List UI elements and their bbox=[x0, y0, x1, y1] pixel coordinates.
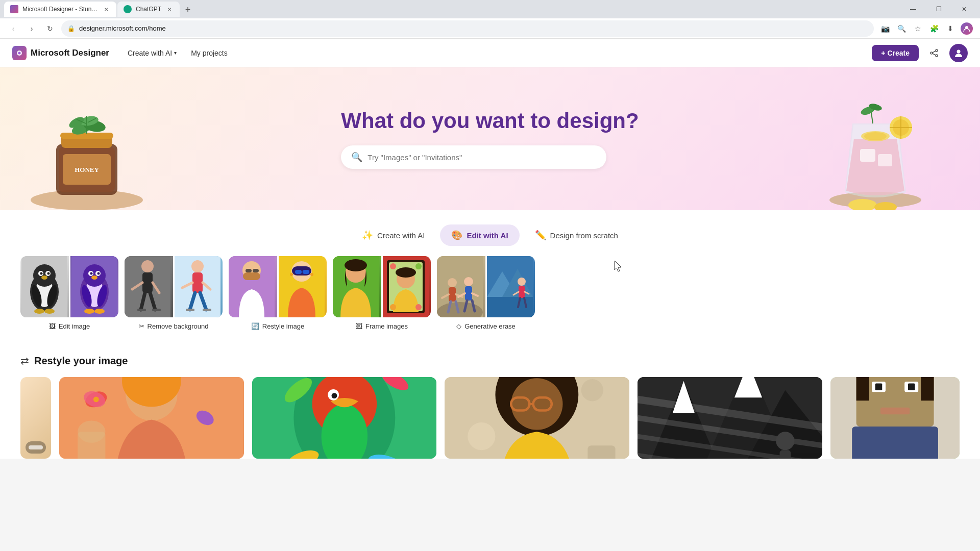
restyle-text: Restyle image bbox=[262, 322, 304, 330]
zoom-icon[interactable]: 🔍 bbox=[894, 21, 909, 36]
svg-point-115 bbox=[464, 277, 473, 286]
restyle-section: ⇄ Restyle your image bbox=[0, 346, 980, 459]
restyle-card-2[interactable] bbox=[252, 377, 437, 459]
back-button[interactable]: ‹ bbox=[6, 21, 20, 36]
svg-point-27 bbox=[864, 132, 887, 140]
svg-rect-71 bbox=[152, 309, 161, 311]
restyle-card-5[interactable] bbox=[830, 377, 960, 459]
svg-point-3 bbox=[936, 49, 938, 52]
card-img-hikers-erased bbox=[487, 256, 535, 317]
forward-button[interactable]: › bbox=[24, 21, 39, 36]
paint-icon: 🎨 bbox=[451, 230, 462, 241]
profile-icon[interactable] bbox=[960, 21, 974, 36]
card-edit-image[interactable]: 🖼 Edit image bbox=[20, 256, 118, 330]
restyle-card-4[interactable] bbox=[638, 377, 822, 459]
svg-rect-176 bbox=[856, 377, 869, 400]
svg-rect-85 bbox=[246, 269, 252, 272]
hero-decoration-left: HONEY bbox=[15, 78, 158, 210]
screenshot-icon[interactable]: 📷 bbox=[878, 21, 892, 36]
tab-edit-ai[interactable]: 🎨 Edit with AI bbox=[440, 224, 519, 246]
app-logo[interactable]: Microsoft Designer bbox=[12, 46, 109, 60]
minimize-button[interactable]: — bbox=[901, 2, 925, 17]
scissors-icon: ✂ bbox=[139, 322, 144, 330]
svg-point-145 bbox=[331, 393, 337, 398]
card-remove-background[interactable]: ✂ Remove background bbox=[125, 256, 223, 330]
svg-point-74 bbox=[191, 260, 204, 272]
svg-point-152 bbox=[511, 378, 563, 430]
card-frame-label: 🖼 Frame images bbox=[356, 322, 408, 330]
app-nav: Create with AI ▾ My projects bbox=[121, 46, 234, 60]
sparkle-icon: ✨ bbox=[362, 230, 373, 241]
tab-close-chatgpt[interactable]: ✕ bbox=[165, 5, 174, 13]
create-button[interactable]: + Create bbox=[872, 45, 919, 61]
card-erase-label: ◇ Generative erase bbox=[456, 322, 516, 330]
svg-rect-75 bbox=[192, 272, 203, 293]
card-img-penguin-bw bbox=[20, 256, 69, 317]
svg-rect-158 bbox=[588, 445, 616, 459]
svg-rect-24 bbox=[860, 149, 875, 162]
svg-point-139 bbox=[78, 420, 105, 442]
address-bar[interactable]: 🔒 designer.microsoft.com/home bbox=[61, 20, 874, 37]
browser-titlebar: Microsoft Designer - Stunning... ✕ ChatG… bbox=[0, 0, 980, 18]
svg-point-48 bbox=[34, 309, 44, 314]
hero-search-bar[interactable]: 🔍 bbox=[341, 145, 606, 169]
svg-point-93 bbox=[290, 273, 293, 276]
new-tab-button[interactable]: + bbox=[181, 3, 195, 17]
svg-rect-177 bbox=[921, 377, 934, 400]
restyle-card-0[interactable] bbox=[20, 377, 51, 459]
card-img-portrait-photo bbox=[333, 256, 381, 317]
search-input[interactable] bbox=[368, 153, 596, 162]
pencil-icon: ✏️ bbox=[535, 230, 546, 241]
card-img-penguin-color bbox=[70, 256, 119, 317]
tab-create-ai-label: Create with AI bbox=[377, 231, 425, 240]
erase-icon: ◇ bbox=[456, 322, 461, 330]
card-restyle-preview bbox=[229, 256, 327, 317]
browser-toolbar-actions: 📷 🔍 ☆ 🧩 ⬇ bbox=[878, 21, 974, 36]
erase-text: Generative erase bbox=[464, 322, 516, 330]
address-text: designer.microsoft.com/home bbox=[79, 24, 868, 32]
browser-window-controls: — ❐ ✕ bbox=[901, 2, 976, 17]
svg-rect-183 bbox=[852, 427, 938, 459]
tab-title-chatgpt: ChatGPT bbox=[136, 6, 161, 13]
app-name: Microsoft Designer bbox=[31, 48, 109, 58]
card-img-skater-photo bbox=[125, 256, 173, 317]
nav-my-projects[interactable]: My projects bbox=[185, 46, 234, 60]
svg-point-169 bbox=[776, 432, 794, 450]
card-img-hikers-photo bbox=[437, 256, 485, 317]
restyle-card-3[interactable] bbox=[445, 377, 629, 459]
svg-point-56 bbox=[90, 272, 92, 275]
svg-rect-25 bbox=[878, 154, 892, 166]
browser-chrome: Microsoft Designer - Stunning... ✕ ChatG… bbox=[0, 0, 980, 39]
svg-point-62 bbox=[94, 309, 105, 314]
tab-create-ai[interactable]: ✨ Create with AI bbox=[351, 224, 436, 246]
card-generative-erase[interactable]: ◇ Generative erase bbox=[437, 256, 535, 330]
card-img-woman-cartoon bbox=[279, 256, 327, 317]
svg-point-5 bbox=[936, 55, 938, 57]
app-header-right: + Create bbox=[872, 44, 968, 62]
share-button[interactable] bbox=[925, 44, 943, 62]
close-button[interactable]: ✕ bbox=[952, 2, 976, 17]
user-avatar[interactable] bbox=[949, 44, 968, 62]
svg-point-105 bbox=[415, 304, 422, 310]
card-erase-preview bbox=[437, 256, 535, 317]
frame-icon: 🖼 bbox=[356, 322, 362, 330]
browser-tab-designer[interactable]: Microsoft Designer - Stunning... ✕ bbox=[4, 2, 116, 17]
svg-rect-126 bbox=[519, 286, 525, 298]
tab-favicon-chatgpt bbox=[124, 5, 132, 13]
card-restyle-image[interactable]: 🔄 Restyle image bbox=[229, 256, 327, 330]
tab-design-scratch[interactable]: ✏️ Design from scratch bbox=[524, 224, 629, 246]
restyle-header-title: Restyle your image bbox=[34, 355, 128, 367]
card-frame-images[interactable]: 🖼 Frame images bbox=[333, 256, 431, 330]
card-frame-preview bbox=[333, 256, 431, 317]
maximize-button[interactable]: ❐ bbox=[927, 2, 950, 17]
nav-create-ai[interactable]: Create with AI ▾ bbox=[121, 46, 183, 60]
download-icon[interactable]: ⬇ bbox=[943, 21, 958, 36]
tab-close-designer[interactable]: ✕ bbox=[102, 5, 110, 13]
bookmark-star-icon[interactable]: ☆ bbox=[911, 21, 925, 36]
browser-tab-chatgpt[interactable]: ChatGPT ✕ bbox=[117, 2, 180, 17]
restyle-card-1[interactable] bbox=[59, 377, 244, 459]
card-restyle-label: 🔄 Restyle image bbox=[251, 322, 304, 330]
refresh-button[interactable]: ↻ bbox=[43, 21, 57, 36]
extensions-icon[interactable]: 🧩 bbox=[927, 21, 941, 36]
restyle-images-row bbox=[20, 377, 960, 459]
